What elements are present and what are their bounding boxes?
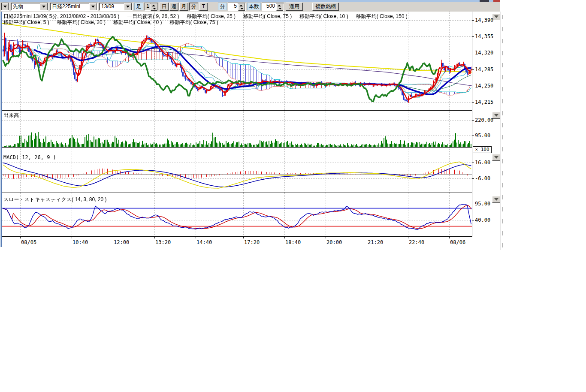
- chevron-down-icon[interactable]: [2, 3, 9, 10]
- y-axis-tick: [472, 102, 474, 103]
- stoch-pane-label: スロー・ストキャスティクス( 14, 3, 80, 20 ): [3, 196, 106, 203]
- bar-count-stepper[interactable]: 500: [262, 3, 284, 11]
- volume-multiplier-badge: × 100: [473, 146, 492, 153]
- chevron-down-icon: [494, 114, 498, 117]
- ma75-legend: 移動平均( Close, 75 ): [243, 13, 292, 19]
- multi-symbol-button[interactable]: 複数銘柄: [312, 3, 339, 11]
- x-axis-label: 22:40: [409, 239, 424, 245]
- bar-type-label: 足: [134, 3, 143, 10]
- ma5-legend: 移動平均( Close, 5 ): [3, 19, 49, 25]
- macd-pane-label: MACD( 12, 26, 9 ): [3, 154, 56, 160]
- x-axis-tick: [408, 236, 408, 238]
- toolbar: 先物 日経225mini 13/09 足 1 日 週 月 分 T 分 5 本数 …: [0, 2, 500, 12]
- y-axis-label: 95.00: [475, 201, 490, 207]
- x-axis-tick: [367, 236, 367, 238]
- apply-button[interactable]: 適用: [286, 3, 303, 11]
- market-select-value: 先物: [11, 3, 39, 10]
- y-axis-label: 14,390: [475, 17, 493, 23]
- chevron-down-icon[interactable]: [89, 3, 97, 10]
- y-axis-label: 220.00: [475, 117, 493, 123]
- symbol-select-value: 日経225mini: [50, 3, 89, 10]
- y-axis-tick: [472, 120, 474, 121]
- bar-count-value: 500: [262, 3, 276, 10]
- pane-separator[interactable]: [2, 110, 472, 111]
- x-axis-label: 14:40: [196, 239, 212, 245]
- period-minute-button[interactable]: 分: [189, 3, 198, 11]
- y-axis-label: 14,285: [475, 66, 493, 72]
- app-window: 先物 日経225mini 13/09 足 1 日 週 月 分 T 分 5 本数 …: [0, 0, 586, 392]
- ma20-legend: 移動平均( Close, 20 ): [57, 19, 106, 25]
- ma150-legend: 移動平均( Close, 150 ): [356, 13, 408, 19]
- y-axis-label: 14,250: [475, 83, 493, 89]
- price-chart-canvas[interactable]: [2, 12, 472, 110]
- x-axis-tick: [72, 236, 72, 238]
- period-tick-button[interactable]: T: [199, 3, 208, 11]
- x-axis-tick: [449, 236, 450, 238]
- bottom-axis-line: [2, 236, 472, 237]
- y-axis-label: -6.00: [475, 175, 490, 181]
- vertical-splitter[interactable]: [501, 12, 501, 250]
- y-axis-label: 14,355: [475, 33, 493, 39]
- market-select[interactable]: 先物: [11, 3, 48, 11]
- x-axis-tick: [326, 236, 326, 238]
- x-axis-label: 20:00: [326, 239, 342, 245]
- contract-month-value: 13/09: [100, 3, 124, 10]
- indicator-legend-line2: 移動平均( Close, 5 )移動平均( Close, 20 )移動平均( C…: [3, 19, 226, 26]
- chevron-down-icon: [494, 15, 498, 18]
- x-axis-tick: [20, 236, 21, 238]
- collapse-stoch-pane-button[interactable]: [492, 196, 500, 203]
- minute-stepper[interactable]: 5: [228, 3, 246, 11]
- y-axis-tick: [472, 204, 474, 204]
- splitter-dashes: [502, 15, 503, 250]
- chevron-down-icon: [494, 156, 498, 159]
- ma75b-legend: 移動平均( Close, 75 ): [169, 19, 218, 25]
- bar-interval-value: 1: [145, 3, 150, 10]
- spinner-icon[interactable]: [238, 3, 245, 11]
- volume-pane-label: 出来高: [3, 112, 19, 119]
- chevron-down-icon[interactable]: [124, 3, 132, 10]
- y-axis-tick: [472, 163, 474, 163]
- x-axis-label: 08/06: [450, 239, 465, 245]
- symbol-select[interactable]: 日経225mini: [50, 3, 98, 11]
- contract-month-select[interactable]: 13/09: [99, 3, 133, 11]
- y-axis-tick: [472, 20, 474, 21]
- collapse-macd-pane-button[interactable]: [492, 154, 500, 161]
- pane-separator[interactable]: [2, 193, 472, 193]
- bar-count-label: 本数: [247, 3, 261, 10]
- volume-chart-canvas[interactable]: [2, 111, 472, 147]
- y-axis-label: 40.00: [475, 217, 490, 223]
- y-axis-label: 95.00: [475, 133, 490, 139]
- y-axis-label: 14,320: [475, 50, 493, 56]
- x-axis-label: 18:40: [285, 239, 301, 245]
- y-axis-tick: [472, 136, 474, 136]
- bar-interval-stepper[interactable]: 1: [144, 3, 158, 11]
- ma10-legend: 移動平均( Close, 10 ): [299, 13, 348, 19]
- y-axis-tick: [472, 220, 474, 220]
- period-month-button[interactable]: 月: [179, 3, 188, 11]
- chevron-down-icon: [494, 198, 498, 201]
- chevron-down-icon[interactable]: [40, 3, 48, 10]
- spinner-icon[interactable]: [151, 3, 157, 11]
- x-axis-label: 10:40: [72, 239, 88, 245]
- price-axis-line: [472, 12, 472, 237]
- y-axis-tick: [472, 36, 474, 37]
- period-week-button[interactable]: 週: [169, 3, 178, 11]
- x-axis-tick: [113, 236, 113, 238]
- y-axis-tick: [472, 86, 474, 86]
- spinner-icon[interactable]: [276, 3, 283, 11]
- mini-dropdown[interactable]: [1, 3, 9, 11]
- pane-separator[interactable]: [2, 147, 472, 148]
- ma40-legend: 移動平均( Close, 40 ): [113, 19, 162, 25]
- chart-region: 日経225mini 13/09( 5分, 2013/08/02 - 2013/0…: [0, 12, 502, 250]
- x-axis-label: 13:20: [155, 239, 171, 245]
- y-axis-tick: [472, 53, 474, 53]
- period-day-button[interactable]: 日: [160, 3, 169, 11]
- x-axis-tick: [284, 236, 285, 238]
- ichimoku-legend: 一目均衡表( 9, 26, 52 ): [127, 13, 179, 19]
- macd-chart-canvas[interactable]: [2, 148, 472, 193]
- x-axis-tick: [154, 236, 155, 238]
- y-axis-tick: [472, 178, 474, 179]
- x-axis-label: 08/05: [21, 239, 36, 245]
- x-axis-label: 21:20: [368, 239, 383, 245]
- y-axis-label: 14,215: [475, 99, 493, 105]
